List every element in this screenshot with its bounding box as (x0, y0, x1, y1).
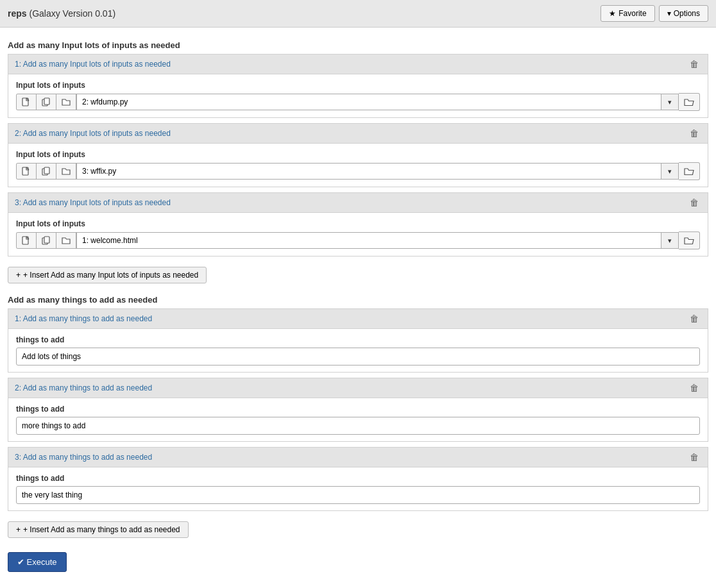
repeat-body-1-2: Input lots of inputs 3: wffix.py (8, 144, 708, 187)
text-input-2-3[interactable] (16, 486, 700, 504)
dataset-select-1-1[interactable]: 2: wfdump.py (76, 94, 679, 110)
repeat-block-1-2: 2: Add as many Input lots of inputs as n… (8, 123, 708, 187)
repeat-header-2-1: 1: Add as many things to add as needed 🗑 (8, 309, 708, 329)
text-input-2-2[interactable] (16, 417, 700, 435)
field-label-2-2: things to add (16, 405, 700, 414)
execute-button[interactable]: ✔ Execute (8, 552, 67, 572)
file-icon-btn-1-3[interactable] (17, 233, 37, 248)
select-wrapper-1-2: 3: wffix.py ▾ (76, 163, 679, 180)
dropdown-icon: ▾ (667, 9, 671, 18)
plus-icon-1: + (16, 271, 21, 280)
repeat-block-1-3: 3: Add as many Input lots of inputs as n… (8, 192, 708, 256)
favorite-button[interactable]: ★ Favorite (601, 5, 654, 22)
repeat-body-2-2: things to add (8, 398, 708, 441)
copy-icon-btn-1-2[interactable] (37, 164, 56, 179)
file-icon-btn-1-1[interactable] (17, 94, 37, 110)
icon-group-1-2 (16, 163, 76, 180)
delete-block-1-3[interactable]: 🗑 (687, 196, 701, 209)
text-input-2-1[interactable] (16, 348, 700, 365)
field-label-1-1: Input lots of inputs (16, 81, 700, 90)
folder-open-btn-1-1[interactable] (679, 93, 700, 111)
select-wrapper-1-1: 2: wfdump.py ▾ (76, 94, 679, 110)
repeat-header-2-2: 2: Add as many things to add as needed 🗑 (8, 378, 708, 398)
repeat-header-2-3: 3: Add as many things to add as needed 🗑 (8, 448, 708, 467)
copy-icon-btn-1-3[interactable] (37, 233, 56, 248)
tool-name: reps (8, 8, 27, 19)
repeat-header-link-1-2[interactable]: 2: Add as many Input lots of inputs as n… (15, 129, 171, 138)
repeat-header-link-2-3[interactable]: 3: Add as many things to add as needed (15, 453, 152, 462)
icon-group-1-3 (16, 232, 76, 249)
section2-title: Add as many things to add as needed (8, 295, 708, 305)
tool-version: (Galaxy Version 0.01) (29, 8, 115, 19)
folder-icon-btn-1-2[interactable] (56, 164, 76, 179)
repeat-block-2-2: 2: Add as many things to add as needed 🗑… (8, 378, 708, 442)
repeat-header-link-2-1[interactable]: 1: Add as many things to add as needed (15, 314, 152, 323)
delete-block-2-2[interactable]: 🗑 (687, 382, 701, 394)
folder-icon-btn-1-3[interactable] (56, 233, 76, 248)
insert-section1-button[interactable]: + + Insert Add as many Input lots of inp… (8, 267, 207, 283)
repeat-header-1-2: 2: Add as many Input lots of inputs as n… (8, 124, 708, 144)
star-icon: ★ (609, 9, 616, 18)
repeat-header-link-2-2[interactable]: 2: Add as many things to add as needed (15, 383, 152, 392)
repeat-block-2-1: 1: Add as many things to add as needed 🗑… (8, 308, 708, 373)
folder-open-btn-1-3[interactable] (679, 231, 700, 249)
input-row-1-3: 1: welcome.html ▾ (16, 231, 700, 249)
folder-icon-btn-1-1[interactable] (56, 94, 76, 110)
main-content: Add as many Input lots of inputs as need… (0, 28, 716, 585)
dataset-select-1-2[interactable]: 3: wffix.py (76, 163, 679, 180)
input-row-1-2: 3: wffix.py ▾ (16, 162, 700, 180)
repeat-header-link-1-3[interactable]: 3: Add as many Input lots of inputs as n… (15, 198, 171, 207)
repeat-body-2-1: things to add (8, 329, 708, 372)
header-buttons: ★ Favorite ▾ Options (601, 5, 708, 22)
execute-area: ✔ Execute (8, 552, 708, 578)
repeat-body-2-3: things to add (8, 467, 708, 510)
file-icon-btn-1-2[interactable] (17, 164, 37, 179)
folder-open-btn-1-2[interactable] (679, 162, 700, 180)
repeat-block-1-1: 1: Add as many Input lots of inputs as n… (8, 54, 708, 118)
tool-title: reps (Galaxy Version 0.01) (8, 8, 115, 19)
delete-block-2-1[interactable]: 🗑 (687, 312, 701, 325)
repeat-body-1-3: Input lots of inputs 1: welcome.html (8, 213, 708, 256)
select-wrapper-1-3: 1: welcome.html ▾ (76, 232, 679, 249)
page-header: reps (Galaxy Version 0.01) ★ Favorite ▾ … (0, 0, 716, 28)
svg-rect-8 (44, 237, 49, 243)
dataset-select-1-3[interactable]: 1: welcome.html (76, 232, 679, 249)
insert-section2-button[interactable]: + + Insert Add as many things to add as … (8, 521, 189, 538)
svg-rect-2 (44, 98, 49, 105)
field-label-2-3: things to add (16, 474, 700, 483)
options-button[interactable]: ▾ Options (659, 5, 708, 22)
repeat-header-1-1: 1: Add as many Input lots of inputs as n… (8, 55, 708, 74)
delete-block-2-3[interactable]: 🗑 (687, 451, 701, 464)
delete-block-1-1[interactable]: 🗑 (687, 58, 701, 71)
svg-rect-5 (44, 167, 49, 174)
field-label-1-3: Input lots of inputs (16, 219, 700, 228)
delete-block-1-2[interactable]: 🗑 (687, 127, 701, 140)
repeat-header-1-3: 3: Add as many Input lots of inputs as n… (8, 193, 708, 213)
icon-group-1-1 (16, 94, 76, 110)
input-row-1-1: 2: wfdump.py ▾ (16, 93, 700, 111)
section1-title: Add as many Input lots of inputs as need… (8, 40, 708, 50)
field-label-1-2: Input lots of inputs (16, 150, 700, 159)
copy-icon-btn-1-1[interactable] (37, 94, 56, 110)
repeat-block-2-3: 3: Add as many things to add as needed 🗑… (8, 447, 708, 511)
repeat-body-1-1: Input lots of inputs (8, 74, 708, 117)
repeat-header-link-1-1[interactable]: 1: Add as many Input lots of inputs as n… (15, 60, 171, 69)
field-label-2-1: things to add (16, 335, 700, 344)
plus-icon-2: + (16, 525, 21, 534)
